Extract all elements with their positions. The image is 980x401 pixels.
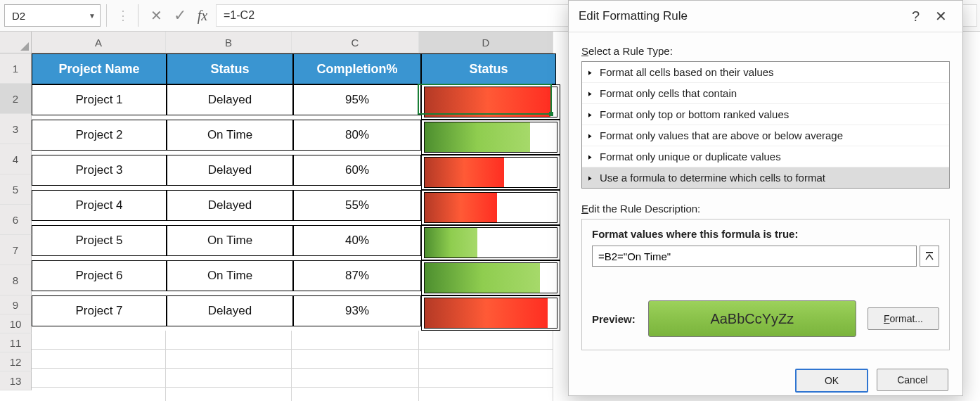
caret-right-icon: ▸ (588, 109, 592, 120)
status-bar-cell[interactable] (421, 84, 560, 120)
empty-cell[interactable] (292, 388, 419, 401)
empty-cell[interactable] (166, 350, 292, 369)
table-header[interactable]: Project Name (32, 53, 167, 84)
completion-pct[interactable]: 80% (293, 120, 421, 151)
project-name[interactable]: Project 1 (32, 84, 167, 115)
row-header-11[interactable]: 11 (0, 333, 32, 352)
format-preview: AaBbCcYyZz (648, 300, 856, 337)
separator (106, 4, 107, 27)
cancel-edit-icon[interactable]: ✕ (144, 5, 168, 26)
project-status[interactable]: On Time (167, 120, 293, 151)
project-status[interactable]: Delayed (167, 190, 293, 221)
project-status[interactable]: Delayed (167, 84, 293, 115)
status-bar-cell[interactable] (421, 120, 560, 155)
column-header-D[interactable]: D (419, 32, 553, 53)
completion-pct[interactable]: 55% (293, 190, 421, 221)
row-header-2[interactable]: 2 (0, 84, 32, 114)
project-name[interactable]: Project 4 (32, 190, 167, 221)
status-bar-cell[interactable] (421, 295, 560, 331)
empty-cell[interactable] (166, 369, 292, 388)
separator (138, 4, 138, 27)
insert-function-icon[interactable]: fx (192, 5, 216, 26)
completion-pct[interactable]: 93% (293, 295, 421, 326)
empty-cell[interactable] (292, 350, 419, 369)
completion-pct[interactable]: 87% (293, 260, 421, 291)
empty-cell[interactable] (32, 369, 166, 388)
rule-type-option[interactable]: ▸Format only cells that contain (582, 83, 949, 104)
enter-edit-icon[interactable]: ✓ (168, 5, 192, 26)
empty-cell[interactable] (166, 388, 292, 401)
format-button[interactable]: Format... (868, 307, 939, 330)
resize-grip-icon[interactable]: ⋮ (112, 8, 132, 23)
status-bar-cell[interactable] (421, 225, 560, 260)
table-header[interactable]: Status (167, 53, 293, 84)
project-status[interactable]: Delayed (167, 295, 293, 326)
column-header-C[interactable]: C (292, 32, 419, 53)
status-bar-cell[interactable] (421, 190, 560, 225)
name-box[interactable]: D2 ▼ (4, 4, 101, 27)
caret-right-icon: ▸ (588, 151, 592, 162)
row-header-9[interactable]: 9 (0, 295, 32, 314)
rule-formula-input[interactable] (592, 246, 917, 267)
close-icon[interactable]: ✕ (929, 5, 953, 27)
collapse-dialog-icon[interactable] (920, 246, 939, 267)
svg-rect-0 (926, 252, 933, 253)
status-bar-cell[interactable] (421, 155, 560, 190)
project-name[interactable]: Project 2 (32, 120, 167, 151)
row-header-7[interactable]: 7 (0, 235, 32, 265)
table-header[interactable]: Completion% (293, 53, 421, 84)
project-name[interactable]: Project 6 (32, 260, 167, 291)
row-header-3[interactable]: 3 (0, 114, 32, 144)
project-name[interactable]: Project 5 (32, 225, 167, 256)
project-name[interactable]: Project 3 (32, 155, 167, 186)
completion-pct[interactable]: 95% (293, 84, 421, 115)
rule-type-list[interactable]: ▸Format all cells based on their values▸… (581, 61, 950, 189)
chevron-down-icon[interactable]: ▼ (89, 12, 96, 20)
edit-formatting-rule-dialog: Edit Formatting Rule ? ✕ Select a Rule T… (568, 0, 963, 396)
project-status[interactable]: On Time (167, 225, 293, 256)
completion-pct[interactable]: 40% (293, 225, 421, 256)
row-header-4[interactable]: 4 (0, 144, 32, 174)
empty-cell[interactable] (419, 350, 553, 369)
caret-right-icon: ▸ (588, 172, 592, 183)
row-header-5[interactable]: 5 (0, 174, 32, 205)
caret-right-icon: ▸ (588, 130, 592, 141)
empty-cell[interactable] (32, 350, 166, 369)
cancel-button[interactable]: Cancel (877, 369, 948, 391)
completion-pct[interactable]: 60% (293, 155, 421, 186)
select-all-corner[interactable] (0, 32, 32, 53)
empty-cell[interactable] (292, 331, 419, 350)
rule-type-option[interactable]: ▸Format only unique or duplicate values (582, 146, 949, 167)
row-header-12[interactable]: 12 (0, 352, 32, 371)
rule-description-frame: Format values where this formula is true… (581, 219, 950, 350)
row-header-6[interactable]: 6 (0, 205, 32, 235)
empty-cell[interactable] (419, 369, 553, 388)
rule-type-option[interactable]: ▸Format all cells based on their values (582, 62, 949, 83)
empty-cell[interactable] (419, 388, 553, 401)
row-header-8[interactable]: 8 (0, 265, 32, 295)
column-header-A[interactable]: A (32, 32, 166, 53)
status-bar-cell[interactable] (421, 260, 560, 295)
rule-type-option[interactable]: ▸Use a formula to determine which cells … (582, 167, 949, 188)
select-rule-type-label: Select a Rule Type: (581, 45, 950, 57)
preview-label: Preview: (592, 313, 636, 325)
empty-cell[interactable] (419, 331, 553, 350)
rule-type-option[interactable]: ▸Format only top or bottom ranked values (582, 104, 949, 125)
project-status[interactable]: On Time (167, 260, 293, 291)
column-header-B[interactable]: B (166, 32, 292, 53)
row-header-13[interactable]: 13 (0, 371, 32, 390)
rule-type-option[interactable]: ▸Format only values that are above or be… (582, 125, 949, 146)
empty-cell[interactable] (32, 331, 166, 350)
table-header[interactable]: Status (421, 53, 556, 84)
row-header-1[interactable]: 1 (0, 53, 32, 84)
help-icon[interactable]: ? (902, 6, 929, 27)
project-name[interactable]: Project 7 (32, 295, 167, 326)
ok-button[interactable]: OK (795, 369, 868, 393)
row-header-10[interactable]: 10 (0, 314, 32, 333)
empty-cell[interactable] (166, 331, 292, 350)
empty-cell[interactable] (292, 369, 419, 388)
project-status[interactable]: Delayed (167, 155, 293, 186)
name-box-value: D2 (12, 10, 25, 22)
formula-true-label: Format values where this formula is true… (592, 228, 939, 240)
empty-cell[interactable] (32, 388, 166, 401)
